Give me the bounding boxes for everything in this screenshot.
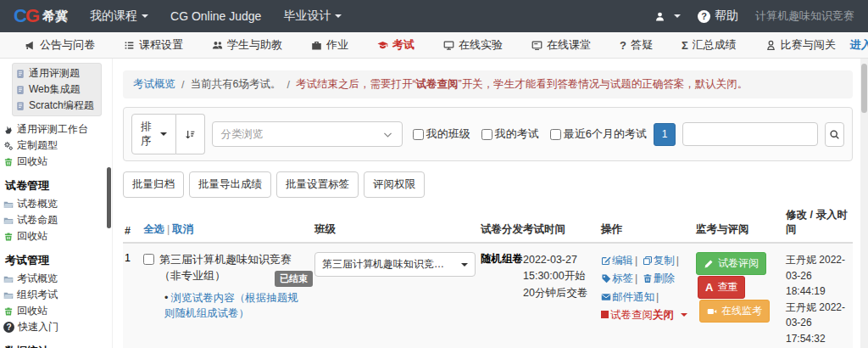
nav-cg-online-judge[interactable]: CG Online Judge	[170, 9, 261, 23]
paper-review-button[interactable]: 试卷评阅	[696, 252, 766, 275]
sidebar-item-paper-overview[interactable]: 试卷概览	[3, 196, 107, 212]
menu-grade-summary[interactable]: Σ汇总成绩	[667, 37, 751, 53]
edit-link[interactable]: 编辑	[601, 255, 633, 267]
users-icon	[212, 40, 223, 51]
batch-archive-button[interactable]: 批量归档	[123, 171, 184, 198]
pencil-icon	[704, 259, 714, 269]
folder-icon	[3, 216, 14, 226]
section-title-paper-management: 试卷管理	[5, 178, 107, 194]
logo-text: 希冀	[42, 8, 68, 25]
paper-distribution: 随机组卷	[481, 252, 523, 347]
header-num: #	[123, 225, 143, 237]
menu-online-labs[interactable]: 在线实验	[429, 37, 517, 53]
sidebar-item-quick-start[interactable]: ?快速入门	[3, 319, 107, 335]
my-exams-checkbox[interactable]	[481, 129, 492, 140]
enter-student-portal-link[interactable]: 进入学生端	[850, 37, 868, 53]
menu-online-classroom[interactable]: 在线课堂	[517, 37, 605, 53]
filter-my-classes[interactable]: 我的班级	[413, 126, 470, 142]
batch-export-grades-button[interactable]: 批量导出成绩	[189, 171, 271, 198]
menu-course-settings[interactable]: 课程设置	[109, 37, 198, 53]
sidebar-item-exam-recycle-bin[interactable]: 回收站	[3, 303, 107, 319]
exam-time: 2022-03-2715:30:00开始20分钟后交卷	[523, 252, 601, 347]
category-browse-select[interactable]: 分类浏览	[212, 121, 403, 147]
user-menu[interactable]	[654, 11, 681, 22]
review-switch-notice: 考试结束之后，需要打开“试卷查阅”开关，学生才能看到答卷情况与试题的正确答案，默…	[296, 77, 748, 92]
sidebar-item-scratch[interactable]: Scratch编程题	[15, 98, 98, 114]
sigma-icon: Σ	[682, 39, 688, 52]
cancel-select-link[interactable]: 取消	[172, 223, 193, 235]
header-proctor-review: 监考与评阅	[696, 222, 786, 237]
menu-qa[interactable]: ?答疑	[605, 37, 667, 53]
mail-notify-link[interactable]: 邮件通知	[601, 291, 654, 303]
breadcrumb-separator: /	[287, 79, 289, 91]
question-icon: ?	[620, 39, 626, 52]
person-icon	[765, 40, 776, 51]
hand-icon	[3, 125, 14, 135]
sidebar-item-paper-authoring[interactable]: 试卷命题	[3, 212, 107, 228]
search-input[interactable]	[682, 122, 818, 146]
class-dropdown[interactable]: 第三届计算机趣味知识竞赛非专业类	[314, 252, 476, 277]
proctor-review-buttons: 试卷评阅 A查重 在线监考	[696, 252, 786, 347]
duplicate-check-button[interactable]: A查重	[698, 276, 745, 299]
sidebar-item-exam-overview[interactable]: 考试概览	[3, 271, 107, 287]
header-operations: 操作	[601, 222, 696, 237]
user-icon	[654, 11, 665, 22]
help-icon: ?	[698, 10, 710, 23]
pagination-page-1[interactable]: 1	[654, 123, 676, 146]
online-proctor-button[interactable]: 在线监考	[699, 300, 770, 323]
tag-link[interactable]: 标签	[601, 272, 633, 284]
menu-students-tas[interactable]: 学生与助教	[198, 37, 297, 53]
sidebar-item-custom-types[interactable]: 定制题型	[3, 138, 107, 154]
nav-graduation-design[interactable]: 毕业设计	[283, 8, 342, 24]
list-icon	[124, 40, 135, 51]
megaphone-icon	[25, 40, 36, 51]
my-classes-checkbox[interactable]	[413, 129, 424, 140]
sort-direction-button[interactable]	[176, 114, 205, 154]
menu-contests[interactable]: 比赛与闯关	[751, 37, 850, 53]
monitor-icon	[443, 40, 454, 51]
main-scrollbar[interactable]	[860, 59, 868, 348]
row-select-checkbox[interactable]	[143, 254, 154, 265]
chevron-down-icon	[335, 14, 342, 18]
sort-button[interactable]: 排序	[131, 114, 176, 154]
copy-link[interactable]: 复制	[643, 255, 675, 267]
tag-icon	[601, 273, 611, 283]
nav-my-courses[interactable]: 我的课程	[90, 8, 148, 24]
app-logo[interactable]: CG 希冀	[14, 5, 68, 27]
chevron-down-icon	[681, 313, 687, 317]
delete-link[interactable]: 删除	[643, 272, 675, 284]
search-button[interactable]	[825, 122, 844, 147]
paper-review-toggle[interactable]: 试卷查阅关闭	[601, 306, 696, 324]
review-permission-button[interactable]: 评阅权限	[364, 171, 425, 198]
header-exam-time: 考试时间	[523, 222, 601, 237]
filter-my-exams[interactable]: 我的考试	[481, 126, 539, 142]
graduation-cap-icon	[377, 40, 388, 51]
sidebar-item-recycle-bin[interactable]: 回收站	[3, 154, 107, 170]
briefcase-icon	[311, 40, 322, 51]
document-icon	[15, 69, 25, 79]
sidebar-item-general-judged[interactable]: 通用评测题	[15, 65, 98, 81]
menu-exams[interactable]: 考试	[363, 37, 429, 53]
sidebar-item-web-integrated[interactable]: Web集成题	[15, 81, 98, 98]
search-icon	[829, 129, 840, 140]
filter-recent-6-months[interactable]: 最近6个月的考试	[550, 126, 647, 142]
current-course-name: 计算机趣味知识竞赛	[755, 8, 854, 24]
help-button[interactable]: ? 帮助	[698, 8, 738, 24]
recent-6-months-checkbox[interactable]	[550, 129, 561, 140]
sidebar-item-judge-workbench[interactable]: 通用评测工作台	[3, 121, 107, 138]
breadcrumb-exam-overview-link[interactable]: 考试概览	[133, 77, 175, 92]
sidebar-item-organize-exam[interactable]: 组织考试	[3, 287, 107, 303]
table-header: # 全选|取消 班级 试卷分发 考试时间 操作 监考与评阅 修改 / 录入时间	[123, 205, 853, 244]
sidebar-scrollbar-thumb[interactable]	[107, 167, 111, 228]
sidebar-item-paper-recycle-bin[interactable]: 回收站	[3, 228, 107, 244]
select-all-link[interactable]: 全选	[143, 223, 164, 235]
folder-icon	[3, 199, 14, 210]
main-scrollbar-thumb[interactable]	[861, 64, 867, 113]
main-content: 考试概览 / 当前共有6场考试。 / 考试结束之后，需要打开“试卷查阅”开关，学…	[113, 59, 868, 348]
batch-set-tags-button[interactable]: 批量设置标签	[276, 171, 359, 198]
question-circle-icon: ?	[3, 322, 14, 333]
chevron-down-icon	[382, 129, 393, 140]
menu-announcements[interactable]: 公告与问卷	[10, 37, 109, 53]
menu-homework[interactable]: 作业	[297, 37, 363, 53]
view-paper-content-link[interactable]: 浏览试卷内容（根据抽题规则随机组成试卷）	[164, 290, 307, 323]
